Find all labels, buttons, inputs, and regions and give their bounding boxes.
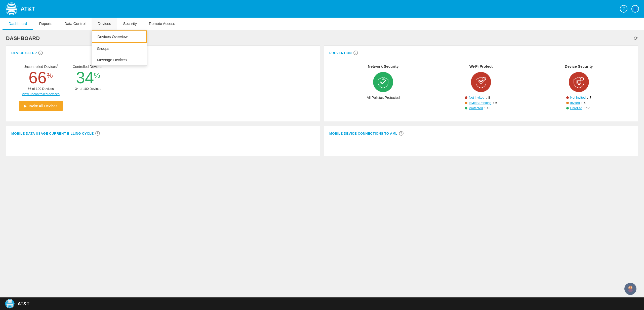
- controlled-count: 34 of 100 Devices: [73, 87, 104, 91]
- device-invited-dot: [566, 102, 569, 104]
- mobile-data-help[interactable]: ?: [95, 131, 100, 136]
- header: AT&T ? 👤: [0, 0, 644, 18]
- wifi-protect-svg: !: [475, 76, 487, 88]
- wifi-protect-icon: !: [471, 72, 491, 92]
- uncontrolled-stat: Uncontrolled Devices? 66% 66 of 100 Devi…: [19, 64, 63, 111]
- wifi-invited-pending-count: 6: [495, 101, 497, 105]
- view-uncontrolled-link[interactable]: View uncontrolled devices: [19, 92, 63, 96]
- svg-text:!: !: [484, 78, 485, 80]
- help-button[interactable]: ?: [620, 5, 627, 13]
- prevention-content: Network Security All Policies Protected: [329, 59, 633, 117]
- wifi-not-invited-line: Not invited: 8: [465, 96, 497, 99]
- device-enrolled-count: 17: [586, 106, 590, 110]
- uncontrolled-label-text: Uncontrolled Devices: [23, 65, 57, 69]
- header-icons: ? 👤: [620, 5, 639, 13]
- wifi-invited-pending-dot: [465, 102, 467, 104]
- wifi-protected-line: Protected: 13: [465, 106, 497, 110]
- device-security-col: Device Security !: [530, 62, 628, 114]
- uncontrolled-percent: 66%: [19, 70, 63, 86]
- device-security-svg: !: [573, 76, 585, 88]
- device-not-invited-line: Not invited: 7: [566, 96, 591, 99]
- wifi-protected-dot: [465, 107, 467, 109]
- device-invited-line: Invited: 6: [566, 101, 591, 105]
- refresh-button[interactable]: ⟳: [634, 35, 638, 41]
- invite-button-label: Invite All Devices: [29, 104, 58, 108]
- user-button[interactable]: 👤: [631, 5, 639, 13]
- prevention-card: PREVENTION ? Network Security: [324, 45, 638, 122]
- nav-bar: Dashboard Reports Data Control Devices D…: [0, 18, 644, 30]
- wifi-protected-link[interactable]: Protected: [469, 106, 483, 110]
- nav-devices-label: Devices: [98, 21, 111, 26]
- dashboard-title: DASHBOARD: [6, 35, 40, 41]
- controlled-stat: Controlled Devices? 34% 34 of 100 Device…: [73, 64, 104, 91]
- prevention-title: PREVENTION ?: [329, 51, 633, 55]
- nav-item-dashboard[interactable]: Dashboard: [3, 18, 33, 30]
- device-enrolled-line: Enrolled: 17: [566, 106, 591, 110]
- wifi-protect-title: Wi-Fi Protect: [435, 64, 528, 68]
- device-security-stats: Not invited: 7 Invited: 6 Enrolled:: [566, 96, 591, 111]
- prevention-columns: Network Security All Policies Protected: [334, 62, 628, 114]
- uncontrolled-percent-value: 66: [29, 69, 47, 87]
- mobile-connections-card: MOBILE DEVICE CONNECTIONS TO AML ?: [324, 126, 638, 156]
- nav-item-security[interactable]: Security: [117, 18, 143, 30]
- device-setup-help[interactable]: ?: [38, 51, 43, 55]
- controlled-percent-sign: %: [94, 71, 100, 79]
- prevention-title-text: PREVENTION: [329, 51, 352, 55]
- device-not-invited-link[interactable]: Not invited: [570, 96, 586, 99]
- mobile-data-title-text: MOBILE DATA USAGE CURRENT BILLING CYCLE: [11, 132, 94, 135]
- network-security-svg: [377, 76, 389, 88]
- wifi-invited-pending-line: Invited/Pending: 6: [465, 101, 497, 105]
- mobile-connections-title: MOBILE DEVICE CONNECTIONS TO AML ?: [329, 131, 633, 136]
- nav-item-devices[interactable]: Devices Devices Overview Groups Message …: [92, 18, 117, 30]
- wifi-not-invited-link[interactable]: Not invited: [469, 96, 484, 99]
- mobile-data-card: MOBILE DATA USAGE CURRENT BILLING CYCLE …: [6, 126, 320, 156]
- bottom-cards-row: MOBILE DATA USAGE CURRENT BILLING CYCLE …: [6, 126, 638, 156]
- prevention-help[interactable]: ?: [353, 51, 358, 55]
- wifi-protect-col: Wi-Fi Protect !: [432, 62, 530, 114]
- svg-point-5: [383, 79, 384, 80]
- nav-item-data-control[interactable]: Data Control: [58, 18, 92, 30]
- device-security-title: Device Security: [532, 64, 625, 68]
- svg-text:!: !: [582, 78, 582, 80]
- all-policies-text: All Policies Protected: [337, 96, 430, 100]
- device-setup-card: DEVICE SETUP ? Uncontrolled Devices? 66%…: [6, 45, 320, 122]
- controlled-percent: 34%: [73, 70, 104, 86]
- network-security-title: Network Security: [337, 64, 430, 68]
- device-setup-title: DEVICE SETUP ?: [11, 51, 315, 55]
- wifi-protect-stats: Not invited: 8 Invited/Pending: 6 Protec…: [465, 96, 497, 111]
- invite-all-devices-button[interactable]: ▶ Invite All Devices: [19, 101, 63, 111]
- svg-point-6: [480, 83, 482, 84]
- logo-area: AT&T: [5, 2, 50, 15]
- device-enrolled-dot: [566, 107, 569, 109]
- uncontrolled-percent-sign: %: [47, 71, 53, 79]
- nav-item-reports[interactable]: Reports: [33, 18, 58, 30]
- mobile-connections-help[interactable]: ?: [399, 131, 404, 136]
- network-security-icon: [373, 72, 393, 92]
- device-not-invited-dot: [566, 96, 569, 99]
- devices-dropdown: Devices Overview Groups Message Devices: [92, 30, 147, 66]
- device-security-icon: !: [569, 72, 589, 92]
- device-setup-title-text: DEVICE SETUP: [11, 51, 37, 55]
- mobile-connections-title-text: MOBILE DEVICE CONNECTIONS TO AML: [329, 132, 397, 135]
- dropdown-item-groups[interactable]: Groups: [92, 43, 147, 54]
- wifi-invited-pending-link[interactable]: Invited/Pending: [469, 101, 492, 105]
- uncontrolled-count: 66 of 100 Devices: [19, 87, 63, 91]
- device-invited-link[interactable]: Invited: [570, 101, 580, 105]
- nav-item-remote-access[interactable]: Remote Access: [143, 18, 181, 30]
- uncontrolled-label: Uncontrolled Devices?: [19, 64, 63, 69]
- mobile-data-title: MOBILE DATA USAGE CURRENT BILLING CYCLE …: [11, 131, 315, 136]
- device-setup-content: Uncontrolled Devices? 66% 66 of 100 Devi…: [11, 59, 315, 116]
- device-not-invited-count: 7: [590, 96, 591, 99]
- att-logo-text: AT&T: [21, 6, 35, 12]
- wifi-not-invited-count: 8: [488, 96, 490, 99]
- device-invited-count: 6: [584, 101, 585, 105]
- att-logo: [5, 2, 18, 15]
- wifi-not-invited-dot: [465, 96, 467, 99]
- controlled-percent-value: 34: [76, 69, 94, 87]
- dropdown-item-overview[interactable]: Devices Overview: [92, 30, 147, 43]
- device-enrolled-link[interactable]: Enrolled: [570, 106, 582, 110]
- wifi-protected-count: 13: [487, 106, 490, 110]
- dropdown-item-message-devices[interactable]: Message Devices: [92, 54, 147, 65]
- uncontrolled-help-sup[interactable]: ?: [57, 64, 58, 67]
- invite-arrow-icon: ▶: [24, 104, 27, 108]
